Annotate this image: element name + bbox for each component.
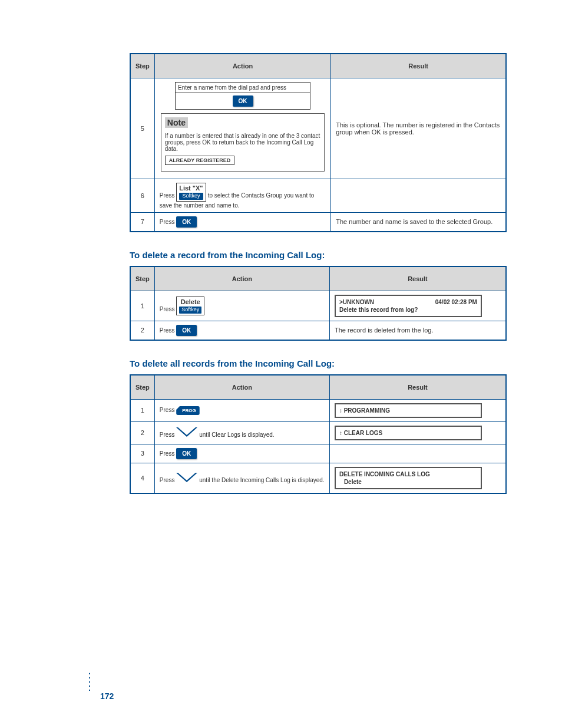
action-cell: Press OK (154, 321, 329, 340)
procedure-table-3: Step Action Result 1 Press PROG ↕ PROGRA… (130, 374, 507, 494)
softkey-label: Delete (179, 298, 201, 307)
delete-softkey[interactable]: Delete Softkey (176, 297, 204, 315)
table2-header-action: Action (154, 266, 329, 291)
table3-header-result: Result (329, 375, 506, 400)
step-number: 1 (130, 399, 154, 421)
step5-label: Enter a name from the dial pad and press (176, 83, 310, 93)
table-row: 3 Press OK (130, 444, 506, 463)
result-cell: The record is deleted from the log. (329, 321, 506, 340)
result-cell: The number and name is saved to the sele… (331, 212, 506, 232)
table-row: 5 Enter a name from the dial pad and pre… (130, 78, 506, 179)
list-x-softkey[interactable]: List "X" Softkey (176, 183, 206, 202)
action-cell: Press PROG (154, 399, 329, 421)
table-row: 6 Press List "X" Softkey to select the C… (130, 179, 506, 213)
lcd-text: CLEAR LOGS (344, 430, 383, 436)
action-cell: Press OK (154, 212, 330, 232)
table-row: 1 Press Delete Softkey >UNKNOWN 04/02 02… (130, 291, 506, 321)
result-cell: ↕ CLEAR LOGS (329, 421, 506, 444)
step-number: 4 (130, 463, 154, 493)
lcd-line1-right: 04/02 02:28 PM (435, 298, 477, 306)
table-row: 2 Press OK The record is deleted from th… (130, 321, 506, 340)
step-number: 3 (130, 444, 154, 463)
lcd-clear-logs: ↕ CLEAR LOGS (335, 426, 482, 440)
action-cell: Press List "X" Softkey to select the Con… (154, 179, 330, 213)
lcd-line2: Delete this record from log? (339, 306, 477, 314)
updown-icon: ↕ (339, 430, 342, 436)
step-number: 7 (130, 212, 154, 232)
page-number: 172 (100, 691, 114, 701)
table1-header-action: Action (154, 54, 330, 78)
softkey-chip: Softkey (179, 307, 201, 314)
step-number: 5 (130, 78, 154, 179)
table-row: 1 Press PROG ↕ PROGRAMMING (130, 399, 506, 421)
step-number: 2 (130, 321, 154, 340)
lcd-delete-confirm: >UNKNOWN 04/02 02:28 PM Delete this reco… (335, 295, 482, 317)
note-box: Note If a number is entered that is alre… (161, 113, 325, 172)
lcd-already-registered: ALREADY REGISTERED (165, 156, 234, 165)
down-arrow-key[interactable] (176, 427, 197, 438)
step-number: 6 (130, 179, 154, 213)
ok-button[interactable]: OK (233, 95, 253, 107)
result-cell: This is optional. The number is register… (331, 78, 506, 179)
table-row: 4 Press until the Delete Incoming Calls … (130, 463, 506, 493)
heading-delete-one-record: To delete a record from the Incoming Cal… (130, 250, 515, 260)
note-body: If a number is entered that is already i… (165, 133, 320, 152)
result-cell (331, 179, 506, 213)
table2-header-step: Step (130, 266, 154, 291)
ok-button[interactable]: OK (176, 216, 197, 228)
table3-header-step: Step (130, 375, 154, 400)
result-cell: ↕ PROGRAMMING (329, 399, 506, 421)
action-cell: Press until the Delete Incoming Calls Lo… (154, 463, 329, 493)
softkey-chip: Softkey (179, 193, 203, 200)
procedure-table-2: Step Action Result 1 Press Delete Softke… (130, 266, 507, 341)
action-cell: Press until Clear Logs is displayed. (154, 421, 329, 444)
heading-delete-all-records: To delete all records from the Incoming … (130, 358, 515, 368)
lcd-programming: ↕ PROGRAMMING (335, 403, 482, 418)
dot-leader: ····· (88, 672, 91, 693)
ok-button[interactable]: OK (176, 448, 197, 459)
result-cell (329, 444, 506, 463)
softkey-label: List "X" (179, 185, 203, 193)
action-suffix: until Clear Logs is displayed. (199, 431, 274, 438)
action-suffix: until the Delete Incoming Calls Log is d… (199, 477, 324, 483)
updown-icon: ↕ (339, 407, 342, 414)
table1-header-result: Result (331, 54, 506, 78)
action-cell: Enter a name from the dial pad and press… (154, 78, 330, 179)
procedure-table-1: Step Action Result 5 Enter a name from t… (130, 53, 507, 232)
step-number: 1 (130, 291, 154, 321)
lcd-text: PROGRAMMING (344, 407, 390, 414)
lcd-line2: Delete (339, 478, 477, 486)
table3-header-action: Action (154, 375, 329, 400)
table2-header-result: Result (329, 266, 506, 291)
action-cell: Press Delete Softkey (154, 291, 329, 321)
result-cell: DELETE INCOMING CALLS LOG Delete (329, 463, 506, 493)
table-row: 2 Press until Clear Logs is displayed. ↕… (130, 421, 506, 444)
note-label: Note (165, 117, 188, 128)
action-cell: Press OK (154, 444, 329, 463)
lcd-delete-incoming: DELETE INCOMING CALLS LOG Delete (335, 467, 482, 489)
table-row: 7 Press OK The number and name is saved … (130, 212, 506, 232)
result-cell: >UNKNOWN 04/02 02:28 PM Delete this reco… (329, 291, 506, 321)
prog-key[interactable]: PROG (176, 406, 200, 415)
lcd-line1: DELETE INCOMING CALLS LOG (339, 470, 477, 478)
step-number: 2 (130, 421, 154, 444)
down-arrow-key[interactable] (176, 473, 197, 483)
ok-button[interactable]: OK (176, 325, 197, 336)
step5-instruction-box: Enter a name from the dial pad and press… (175, 82, 310, 110)
document-page: Step Action Result 5 Enter a name from t… (0, 0, 562, 728)
table1-header-step: Step (130, 54, 154, 78)
lcd-line1-left: >UNKNOWN (339, 298, 374, 306)
